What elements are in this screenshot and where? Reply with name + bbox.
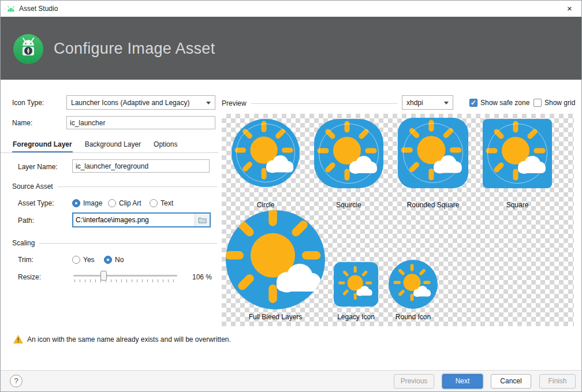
resize-value: 106 % <box>192 273 212 281</box>
icon-type-value: Launcher Icons (Adaptive and Legacy) <box>71 99 189 107</box>
separator-line <box>39 243 217 244</box>
path-label: Path: <box>18 216 34 225</box>
preview-divider <box>251 103 398 104</box>
icon-type-select[interactable]: Launcher Icons (Adaptive and Legacy) <box>66 95 215 110</box>
show-safe-zone-control[interactable] <box>469 99 477 107</box>
next-button[interactable]: Next <box>442 374 483 389</box>
tabs-divider <box>1 152 218 153</box>
close-icon[interactable]: × <box>557 1 582 17</box>
preview-canvas: Circle Squircle Rounded Square Square Fu… <box>222 114 574 326</box>
slider-track <box>73 275 177 277</box>
tab-background-layer[interactable]: Background Layer <box>84 138 141 153</box>
slider-thumb[interactable] <box>100 271 107 281</box>
show-grid-label: Show grid <box>544 99 575 107</box>
resize-slider[interactable] <box>73 270 177 283</box>
preview-label-squircle: Squircle <box>314 201 383 209</box>
preview-icon-square <box>483 119 552 188</box>
tab-foreground-layer[interactable]: Foreground Layer <box>12 138 73 153</box>
density-value: xhdpi <box>406 99 423 107</box>
folder-icon <box>198 216 207 223</box>
safe-zone-overlay <box>403 123 464 184</box>
radio-asset-text[interactable]: Text <box>150 199 173 208</box>
radio-trim-yes-control[interactable] <box>72 256 80 264</box>
window-title: Asset Studio <box>19 5 58 13</box>
cancel-button[interactable]: Cancel <box>491 374 531 389</box>
asset-type-label: Asset Type: <box>18 199 54 207</box>
preview-label-round: Round Icon <box>389 313 438 321</box>
slider-ticks <box>74 279 177 282</box>
radio-trim-no-label: No <box>115 256 124 264</box>
radio-asset-image-label: Image <box>83 199 102 207</box>
radio-trim-no-control[interactable] <box>104 256 112 264</box>
sun-cloud-art <box>226 210 325 309</box>
preview-label-square: Square <box>483 201 552 209</box>
sun-cloud-art <box>391 263 435 306</box>
radio-trim-no[interactable]: No <box>104 255 124 264</box>
asset-studio-dialog: Asset Studio × Configure Image Asset Ico… <box>0 0 582 392</box>
radio-asset-clipart-control[interactable] <box>108 199 116 207</box>
page-title: Configure Image Asset <box>54 40 215 58</box>
preview-label-full-bleed: Full Bleed Layers <box>226 313 325 321</box>
preview-title: Preview <box>222 99 247 107</box>
browse-folder-button[interactable] <box>195 214 210 226</box>
radio-asset-clipart-label: Clip Art <box>119 199 141 207</box>
preview-label-legacy: Legacy Icon <box>322 313 390 321</box>
path-field <box>72 212 211 227</box>
safe-zone-overlay <box>487 124 547 183</box>
radio-asset-clipart[interactable]: Clip Art <box>108 199 141 208</box>
android-studio-logo-icon <box>13 34 43 64</box>
preview-icon-round <box>389 260 438 309</box>
preview-icon-legacy <box>334 262 378 307</box>
android-app-icon <box>6 5 16 12</box>
layer-name-input[interactable] <box>72 159 210 173</box>
titlebar: Asset Studio × <box>1 1 582 17</box>
banner: Configure Image Asset <box>1 17 582 80</box>
source-asset-title: Source Asset <box>12 182 53 191</box>
density-select[interactable]: xhdpi <box>402 95 453 110</box>
layer-name-label: Layer Name: <box>18 163 58 171</box>
resize-label: Resize: <box>18 273 41 281</box>
sun-cloud-art <box>337 265 376 304</box>
safe-zone-overlay <box>319 124 378 183</box>
safe-zone-overlay <box>236 124 295 182</box>
scaling-separator: Scaling <box>12 239 217 247</box>
separator-line <box>58 186 217 187</box>
finish-button[interactable]: Finish <box>539 374 576 389</box>
preview-label-rounded-square: Rounded Square <box>398 201 468 209</box>
trim-label: Trim: <box>18 256 33 264</box>
layer-tabs: Foreground Layer Background Layer Option… <box>12 138 178 153</box>
show-safe-zone-checkbox[interactable]: Show safe zone <box>469 98 529 107</box>
radio-asset-text-control[interactable] <box>150 199 158 207</box>
chevron-down-icon <box>444 102 449 104</box>
warning-icon <box>13 335 23 344</box>
tab-options[interactable]: Options <box>153 138 178 153</box>
footer: ? Previous Next Cancel Finish <box>1 370 582 392</box>
scaling-title: Scaling <box>12 239 35 247</box>
show-grid-checkbox[interactable]: Show grid <box>534 98 575 107</box>
chevron-down-icon <box>206 102 211 104</box>
source-asset-separator: Source Asset <box>12 182 217 191</box>
preview-icon-rounded-square <box>398 118 468 188</box>
help-button[interactable]: ? <box>10 375 23 387</box>
preview-icon-circle <box>232 119 300 187</box>
name-input[interactable] <box>66 116 215 129</box>
icon-type-label: Icon Type: <box>12 99 44 107</box>
name-label: Name: <box>12 119 32 127</box>
warning-text: An icon with the same name already exist… <box>27 335 231 344</box>
previous-button[interactable]: Previous <box>394 374 434 389</box>
preview-icon-squircle <box>314 119 383 188</box>
path-input[interactable] <box>73 215 195 225</box>
radio-asset-image-control[interactable] <box>72 199 80 207</box>
show-safe-zone-label: Show safe zone <box>480 99 529 107</box>
radio-trim-yes-label: Yes <box>83 256 95 264</box>
radio-trim-yes[interactable]: Yes <box>72 255 95 264</box>
radio-asset-text-label: Text <box>161 199 173 207</box>
show-grid-control[interactable] <box>534 99 542 107</box>
preview-label-circle: Circle <box>232 201 300 209</box>
preview-icon-full-bleed <box>226 210 325 309</box>
radio-asset-image[interactable]: Image <box>72 199 102 208</box>
